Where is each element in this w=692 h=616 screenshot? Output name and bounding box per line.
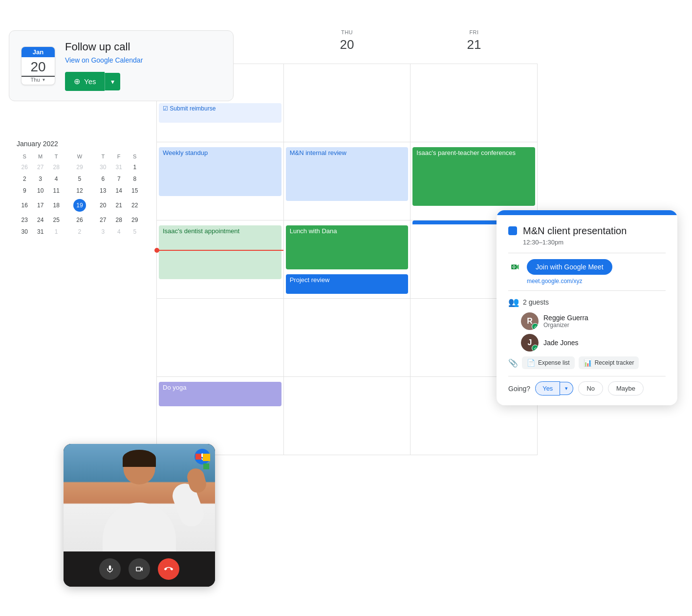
- mn-card: M&N client presentation 12:30–1:30pm Joi…: [497, 210, 677, 405]
- mini-cal-day[interactable]: 8: [127, 173, 143, 185]
- mini-cal-day[interactable]: 1: [48, 226, 64, 238]
- yes-button[interactable]: ⊕ Yes: [65, 72, 105, 91]
- mini-cal-day[interactable]: 2: [17, 173, 32, 185]
- mini-cal-day[interactable]: 19: [64, 197, 95, 214]
- rsvp-icon: ⊕: [74, 77, 80, 86]
- mini-cal-day[interactable]: 5: [127, 226, 143, 238]
- mini-cal-day[interactable]: 7: [111, 173, 127, 185]
- weekly-standup-event[interactable]: Weekly standup: [159, 147, 281, 196]
- mini-cal-day[interactable]: 25: [48, 214, 64, 226]
- mn-color-indicator: [508, 226, 517, 235]
- day-header-f: F: [111, 152, 127, 161]
- cal-col-wed: ☑ Submit reimburse Weekly standup Isaac'…: [156, 64, 284, 455]
- isaacs-dentist-event[interactable]: Isaac's dentist appointment: [159, 225, 281, 279]
- project-review-event[interactable]: Project review: [286, 274, 409, 294]
- cal-row-thu-2: Lunch with Dana Project review: [284, 220, 411, 299]
- cal-row-thu-1: M&N internal review: [284, 142, 411, 220]
- cal-day: 20: [22, 57, 55, 76]
- yes-dropdown-button[interactable]: ▾: [105, 73, 120, 90]
- calendar-icon-block: Jan 20 Thu: [21, 46, 55, 85]
- svg-point-2: [513, 266, 515, 268]
- mini-cal-day[interactable]: 31: [32, 226, 48, 238]
- mic-button[interactable]: [99, 558, 121, 580]
- cal-day-fri: FRI 21: [411, 29, 538, 60]
- guests-count: 2 guests: [523, 298, 549, 306]
- google-meet-icon: [508, 260, 522, 274]
- guests-row: 👥 2 guests: [508, 297, 666, 308]
- jade-info: Jade Jones: [543, 339, 579, 347]
- mini-cal-day[interactable]: 4: [111, 226, 127, 238]
- mini-cal-day[interactable]: 30: [17, 226, 32, 238]
- guest-jade: J ✓ Jade Jones: [521, 334, 666, 352]
- join-meet-button[interactable]: Join with Google Meet: [527, 259, 612, 275]
- mini-cal-day[interactable]: 14: [111, 185, 127, 197]
- followup-title: Follow up call: [65, 41, 221, 53]
- jade-check: ✓: [532, 345, 539, 352]
- mini-cal-day[interactable]: 27: [95, 214, 111, 226]
- mini-cal-day[interactable]: 10: [32, 185, 48, 197]
- mini-cal-day[interactable]: 23: [17, 214, 32, 226]
- going-yes-button[interactable]: Yes: [535, 381, 560, 396]
- isaacs-parent-event[interactable]: Isaac's parent-teacher conferences: [412, 147, 535, 206]
- going-maybe-button[interactable]: Maybe: [608, 381, 644, 396]
- lunch-dana-event[interactable]: Lunch with Dana: [286, 225, 409, 269]
- mini-cal-day[interactable]: 24: [32, 214, 48, 226]
- cal-row-wed-2: Isaac's dentist appointment: [157, 220, 283, 299]
- mini-cal-day[interactable]: 28: [48, 161, 64, 173]
- mini-cal-day[interactable]: 6: [95, 173, 111, 185]
- mini-cal-day[interactable]: 29: [64, 161, 95, 173]
- cal-row-thu-4: [284, 377, 411, 455]
- mini-cal-day[interactable]: 3: [95, 226, 111, 238]
- mn-internal-event[interactable]: M&N internal review: [286, 147, 409, 201]
- camera-button[interactable]: [129, 558, 150, 580]
- end-call-button[interactable]: [158, 558, 179, 580]
- expense-list-chip[interactable]: 📄 Expense list: [522, 356, 575, 369]
- gcal-link[interactable]: View on Google Calendar: [65, 56, 221, 64]
- mini-cal-day[interactable]: 17: [32, 197, 48, 214]
- mini-cal-day[interactable]: 5: [64, 173, 95, 185]
- cal-row-fri-1: Isaac's parent-teacher conferences: [411, 142, 537, 220]
- cal-row-wed-1: Weekly standup: [157, 142, 283, 220]
- time-dot: [154, 248, 159, 253]
- attachments-row: 📎 📄 Expense list 📊 Receipt tracker: [508, 356, 666, 369]
- yes-btn-group: ⊕ Yes ▾: [65, 72, 221, 91]
- mini-cal-day[interactable]: 11: [48, 185, 64, 197]
- do-yoga-event[interactable]: Do yoga: [159, 382, 281, 406]
- mini-cal-day[interactable]: 13: [95, 185, 111, 197]
- reggie-role: Organizer: [543, 322, 588, 329]
- mini-cal-day[interactable]: 12: [64, 185, 95, 197]
- day-header-s2: S: [127, 152, 143, 161]
- mini-cal-day[interactable]: 2: [64, 226, 95, 238]
- cal-col-thu: M&N internal review Lunch with Dana Proj…: [284, 64, 411, 455]
- mini-cal-day[interactable]: 30: [95, 161, 111, 173]
- submit-reimburse-event[interactable]: ☑ Submit reimburse: [159, 103, 281, 123]
- video-call-card: [64, 444, 215, 587]
- mini-cal-day[interactable]: 28: [111, 214, 127, 226]
- mini-cal-day[interactable]: 29: [127, 214, 143, 226]
- mn-divider-2: [508, 290, 666, 291]
- mini-cal-day[interactable]: 3: [32, 173, 48, 185]
- going-yes-dropdown[interactable]: ▾: [560, 382, 573, 395]
- mini-cal-day[interactable]: 27: [32, 161, 48, 173]
- mini-cal-day[interactable]: 16: [17, 197, 32, 214]
- mini-cal-day[interactable]: 9: [17, 185, 32, 197]
- mini-cal-day[interactable]: 26: [64, 214, 95, 226]
- receipt-tracker-chip[interactable]: 📊 Receipt tracker: [579, 356, 639, 369]
- mini-cal-day[interactable]: 26: [17, 161, 32, 173]
- meet-url[interactable]: meet.google.com/xyz: [527, 278, 666, 285]
- mn-title-row: M&N client presentation: [508, 225, 666, 237]
- day-header-m: M: [32, 152, 48, 161]
- reggie-check: ✓: [532, 323, 539, 330]
- mini-cal-grid: S M T W T F S 26272829303112345678910111…: [17, 152, 143, 238]
- mini-cal-day[interactable]: 22: [127, 197, 143, 214]
- mini-cal-day[interactable]: 20: [95, 197, 111, 214]
- mini-cal-day[interactable]: 18: [48, 197, 64, 214]
- going-no-button[interactable]: No: [578, 381, 603, 396]
- mini-cal-day[interactable]: 1: [127, 161, 143, 173]
- person-hair: [123, 450, 156, 467]
- mini-cal-day[interactable]: 4: [48, 173, 64, 185]
- mini-cal-day[interactable]: 21: [111, 197, 127, 214]
- mini-cal-day[interactable]: 15: [127, 185, 143, 197]
- reggie-name: Reggie Guerra: [543, 314, 588, 322]
- mini-cal-day[interactable]: 31: [111, 161, 127, 173]
